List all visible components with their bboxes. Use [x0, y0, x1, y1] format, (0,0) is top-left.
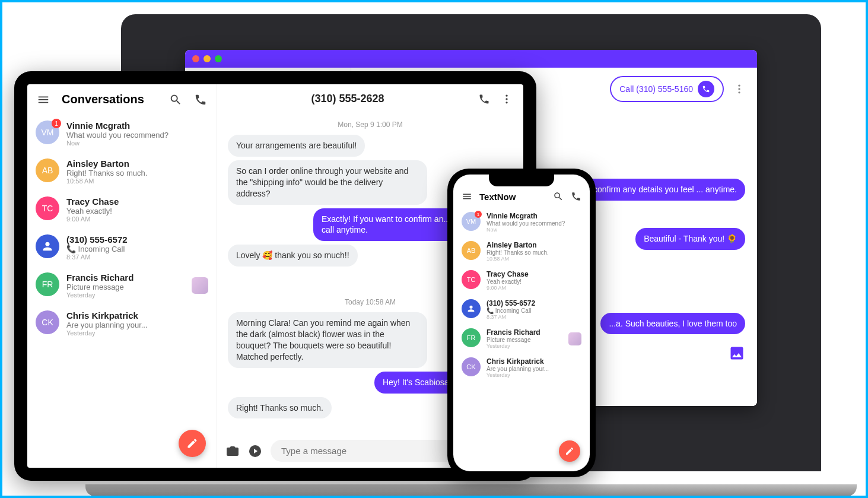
message-out: Beautiful - Thank you! 🌻 — [635, 228, 745, 250]
message-preview: Yeah exactly! — [487, 278, 581, 285]
macos-titlebar — [185, 50, 757, 68]
message-preview: Yeah exactly! — [66, 207, 208, 215]
search-icon[interactable] — [553, 191, 564, 202]
message-time: 10:58 AM — [487, 256, 581, 262]
conversation-item[interactable]: ABAinsley BartonRight! Thanks so much.10… — [27, 153, 217, 191]
message-in: Your arrangements are beautiful! — [228, 135, 365, 157]
avatar: AB — [462, 241, 481, 260]
svg-point-4 — [505, 98, 507, 100]
conversation-item[interactable]: VM1Vinnie McgrathWhat would you recommen… — [456, 208, 587, 237]
avatar: VM1 — [36, 120, 59, 144]
conversation-item[interactable]: TCTracy ChaseYeah exactly!9:00 AM — [456, 266, 587, 295]
compose-fab[interactable] — [559, 440, 580, 462]
message-preview: Right! Thanks so much. — [66, 169, 208, 177]
contact-name: Vinnie Mcgrath — [66, 120, 208, 131]
conversation-item[interactable]: CKChris KirkpatrickAre you planning your… — [27, 304, 217, 342]
svg-point-0 — [738, 85, 740, 87]
message-preview: Are you planning your... — [487, 366, 581, 372]
avatar: FR — [36, 272, 59, 296]
message-time: Yesterday — [66, 329, 208, 337]
overflow-menu-icon[interactable] — [733, 83, 745, 95]
avatar: FR — [462, 328, 481, 347]
avatar: VM1 — [462, 212, 481, 231]
avatar: CK — [462, 357, 481, 376]
image-thumb — [192, 277, 208, 294]
message-out: ...a. Such beauties, I love them too — [600, 313, 745, 335]
message-time: 9:00 AM — [487, 285, 581, 291]
compose-fab[interactable] — [179, 430, 206, 457]
message-in: So can I order online through your websi… — [228, 160, 427, 205]
contact-name: Chris Kirkpatrick — [487, 357, 581, 366]
avatar: AB — [36, 158, 59, 182]
message-time: Yesterday — [66, 291, 185, 299]
conversation-item[interactable]: ABAinsley BartonRight! Thanks so much.10… — [456, 237, 587, 266]
message-time: Now — [66, 139, 208, 147]
call-button[interactable]: Call (310) 555-5160 — [610, 76, 724, 102]
message-preview: What would you recommend? — [487, 220, 581, 227]
tablet-sidebar: Conversations VM1Vinnie McgrathWhat woul… — [27, 84, 217, 468]
camera-icon[interactable] — [225, 444, 240, 458]
conversation-item[interactable]: (310) 555-6572📞 Incoming Call8:37 AM — [27, 229, 217, 267]
search-icon[interactable] — [169, 93, 182, 106]
laptop-base — [85, 484, 857, 496]
avatar: TC — [36, 196, 59, 220]
maximize-icon[interactable] — [215, 55, 222, 62]
message-time: 8:37 AM — [66, 253, 208, 261]
svg-point-5 — [505, 101, 507, 103]
image-thumb — [568, 332, 581, 345]
page-title: Conversations — [62, 93, 157, 106]
avatar: CK — [36, 310, 59, 334]
message-preview: Picture message — [66, 283, 185, 291]
minimize-icon[interactable] — [204, 55, 211, 62]
message-time: 8:37 AM — [487, 314, 581, 320]
call-label: Call (310) 555-5160 — [619, 84, 693, 94]
attachment-icon[interactable] — [248, 444, 262, 458]
message-time: Yesterday — [487, 372, 581, 378]
conversation-item[interactable]: CKChris KirkpatrickAre you planning your… — [456, 353, 587, 382]
svg-point-2 — [738, 91, 740, 93]
message-preview: Are you planning your... — [66, 321, 208, 329]
avatar — [462, 299, 481, 318]
overflow-menu-icon[interactable] — [501, 93, 513, 105]
close-icon[interactable] — [192, 55, 199, 62]
message-in: Morning Clara! Can you remind me again w… — [228, 312, 427, 368]
contact-name: (310) 555-6572 — [66, 234, 208, 245]
app-title: TextNow — [479, 192, 546, 202]
image-icon[interactable] — [729, 345, 745, 364]
message-preview: 📞 Incoming Call — [487, 307, 581, 314]
svg-point-1 — [738, 88, 740, 90]
contact-name: Francis Richard — [487, 328, 562, 337]
conversation-item[interactable]: TCTracy ChaseYeah exactly!9:00 AM — [27, 191, 217, 229]
contact-name: Ainsley Barton — [487, 241, 581, 249]
message-date: Mon, Sep 9 1:00 PM — [228, 120, 513, 129]
phone-icon — [698, 81, 714, 97]
message-in: Lovely 🥰 thank you so much!! — [228, 245, 358, 267]
contact-name: Chris Kirkpatrick — [66, 310, 208, 321]
dialpad-icon[interactable] — [194, 93, 207, 106]
contact-name: Vinnie Mcgrath — [487, 212, 581, 220]
message-time: 10:58 AM — [66, 177, 208, 185]
phone-device: TextNow VM1Vinnie McgrathWhat would you … — [447, 169, 596, 477]
message-preview: Right! Thanks so much. — [487, 249, 581, 256]
avatar: TC — [462, 270, 481, 289]
unread-badge: 1 — [52, 119, 61, 128]
contact-name: Ainsley Barton — [66, 158, 208, 169]
conversation-item[interactable]: FRFrancis RichardPicture messageYesterda… — [456, 324, 587, 353]
conversation-item[interactable]: VM1Vinnie McgrathWhat would you recommen… — [27, 115, 217, 153]
message-preview: Picture message — [487, 337, 562, 343]
conversation-item[interactable]: FRFrancis RichardPicture messageYesterda… — [27, 267, 217, 304]
phone-icon[interactable] — [478, 93, 490, 105]
contact-name: Francis Richard — [66, 272, 185, 283]
message-in: Right! Thanks so much. — [228, 397, 332, 419]
contact-name: (310) 555-6572 — [487, 299, 581, 307]
message-time: Yesterday — [487, 343, 562, 349]
hamburger-icon[interactable] — [462, 191, 472, 202]
unread-badge: 1 — [475, 211, 482, 218]
avatar — [36, 234, 59, 258]
conversation-item[interactable]: (310) 555-6572📞 Incoming Call8:37 AM — [456, 295, 587, 324]
contact-name: Tracy Chase — [66, 196, 208, 207]
dialpad-icon[interactable] — [571, 191, 581, 202]
contact-name: Tracy Chase — [487, 270, 581, 278]
svg-point-3 — [505, 94, 507, 96]
hamburger-icon[interactable] — [37, 93, 50, 106]
